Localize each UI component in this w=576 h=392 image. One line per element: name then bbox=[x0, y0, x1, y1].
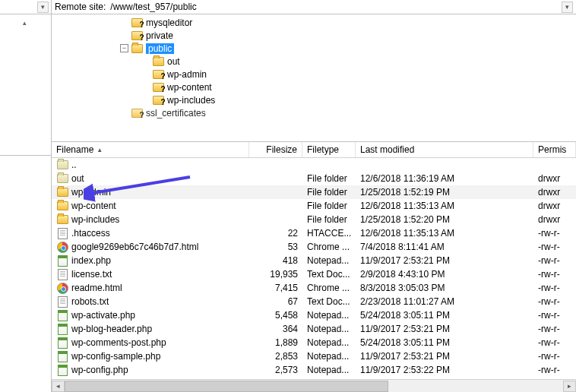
cell-mod: 8/3/2018 3:05:03 PM bbox=[356, 283, 533, 293]
list-item[interactable]: index.php418Notepad...11/9/2017 2:53:21 … bbox=[52, 254, 576, 267]
folder-icon bbox=[56, 186, 68, 198]
cell-size: 22 bbox=[249, 228, 302, 239]
local-panel-stub: ▾ ▴ bbox=[0, 0, 52, 392]
cell-perm: drwxr bbox=[533, 187, 576, 198]
cell-type: File folder bbox=[302, 214, 356, 225]
filename-label: wp-config-sample.php bbox=[71, 351, 160, 362]
horizontal-scrollbar[interactable]: ◂ ▸ bbox=[52, 379, 576, 392]
tree-item[interactable]: out bbox=[52, 55, 576, 68]
list-item[interactable]: wp-includesFile folder1/25/2018 1:52:20 … bbox=[52, 213, 576, 226]
cell-type: HTACCE... bbox=[302, 228, 356, 239]
list-item[interactable]: google9269eb6c7c46b7d7.html53Chrome ...7… bbox=[52, 240, 576, 254]
filename-label: readme.html bbox=[71, 283, 122, 293]
cell-mod: 1/25/2018 1:52:20 PM bbox=[356, 214, 533, 225]
cell-size: 418 bbox=[249, 255, 302, 266]
list-item[interactable]: .htaccess22HTACCE...12/6/2018 11:35:13 A… bbox=[52, 226, 576, 240]
cell-type: Text Doc... bbox=[302, 296, 356, 307]
list-item[interactable]: readme.html7,415Chrome ...8/3/2018 3:05:… bbox=[52, 281, 576, 295]
cell-type: Notepad... bbox=[302, 310, 356, 321]
remote-path-value[interactable]: /www/test_957/public bbox=[110, 2, 562, 12]
tree-item[interactable]: wp-content bbox=[52, 81, 576, 93]
tree-item-label: ssl_certificates bbox=[146, 108, 206, 119]
cell-perm: drwxr bbox=[533, 201, 576, 211]
list-item[interactable]: wp-activate.php5,458Notepad...5/24/2018 … bbox=[52, 308, 576, 322]
folder-unknown-icon bbox=[131, 107, 143, 119]
tree-item[interactable]: −public bbox=[52, 42, 576, 55]
cell-mod: 1/25/2018 1:52:19 PM bbox=[356, 187, 533, 198]
tree-item-label: private bbox=[146, 30, 173, 41]
cell-perm: -rw-r- bbox=[533, 255, 576, 266]
filename-label: wp-config.php bbox=[71, 365, 128, 375]
sort-asc-icon: ▲ bbox=[97, 147, 103, 153]
filename-label: wp-admin bbox=[71, 187, 111, 198]
cell-mod: 12/6/2018 11:35:13 AM bbox=[356, 228, 533, 239]
filename-label: robots.txt bbox=[71, 296, 109, 307]
list-item[interactable]: wp-comments-post.php1,889Notepad...5/24/… bbox=[52, 336, 576, 349]
notepad-file-icon bbox=[56, 350, 68, 362]
folder-icon bbox=[56, 200, 68, 212]
dropdown-icon[interactable]: ▾ bbox=[562, 2, 573, 13]
cell-type: Notepad... bbox=[302, 351, 356, 362]
col-filename[interactable]: Filename▲ bbox=[52, 142, 249, 157]
filename-label: wp-activate.php bbox=[71, 310, 135, 321]
dropdown-icon[interactable]: ▾ bbox=[37, 2, 49, 13]
scroll-thumb[interactable] bbox=[65, 381, 388, 392]
text-file-icon bbox=[56, 268, 68, 280]
cell-size: 7,415 bbox=[249, 283, 302, 293]
folder-unknown-icon bbox=[152, 68, 164, 81]
col-permissions[interactable]: Permis bbox=[533, 142, 576, 157]
list-item[interactable]: wp-config.php2,573Notepad...11/9/2017 2:… bbox=[52, 363, 576, 377]
tree-item[interactable]: wp-includes bbox=[52, 93, 576, 106]
notepad-file-icon bbox=[56, 323, 68, 335]
collapse-icon[interactable]: − bbox=[120, 44, 128, 52]
folder-unknown-icon bbox=[131, 17, 143, 29]
tree-item[interactable]: ssl_certificates bbox=[52, 106, 576, 119]
remote-tree[interactable]: mysqleditorprivate−publicoutwp-adminwp-c… bbox=[52, 14, 576, 142]
remote-panel: Remote site: /www/test_957/public ▾ mysq… bbox=[52, 0, 576, 392]
local-list-stub bbox=[0, 155, 51, 392]
cell-type: Notepad... bbox=[302, 365, 356, 375]
chrome-icon bbox=[56, 241, 68, 253]
tree-item[interactable]: private bbox=[52, 29, 576, 42]
cell-size: 19,935 bbox=[249, 269, 302, 280]
chrome-icon bbox=[56, 282, 68, 294]
tree-item-label: mysqleditor bbox=[146, 17, 192, 28]
scroll-track[interactable] bbox=[65, 381, 563, 392]
col-modified[interactable]: Last modified bbox=[356, 142, 533, 157]
cell-type: Notepad... bbox=[302, 337, 356, 348]
notepad-file-icon bbox=[56, 337, 68, 349]
filename-label: wp-content bbox=[71, 201, 116, 211]
notepad-file-icon bbox=[56, 364, 68, 376]
cell-perm: -rw-r- bbox=[533, 242, 576, 252]
list-item[interactable]: license.txt19,935Text Doc...2/9/2018 4:4… bbox=[52, 267, 576, 281]
list-item[interactable]: wp-blog-header.php364Notepad...11/9/2017… bbox=[52, 322, 576, 336]
cell-size: 2,853 bbox=[249, 351, 302, 362]
list-item[interactable]: wp-contentFile folder12/6/2018 11:35:13 … bbox=[52, 199, 576, 213]
cell-perm: -rw-r- bbox=[533, 310, 576, 321]
cell-size: 53 bbox=[249, 242, 302, 252]
cell-perm: -rw-r- bbox=[533, 296, 576, 307]
filename-label: wp-blog-header.php bbox=[71, 324, 152, 334]
list-item[interactable]: wp-config-sample.php2,853Notepad...11/9/… bbox=[52, 349, 576, 363]
scroll-left-icon[interactable]: ◂ bbox=[52, 381, 65, 392]
folder-unknown-icon bbox=[131, 30, 143, 42]
cell-type: File folder bbox=[302, 187, 356, 198]
list-body[interactable]: ..outFile folder12/6/2018 11:36:19 AMdrw… bbox=[52, 158, 576, 379]
cell-type: Chrome ... bbox=[302, 242, 356, 252]
list-item[interactable]: wp-adminFile folder1/25/2018 1:52:19 PMd… bbox=[52, 185, 576, 199]
notepad-file-icon bbox=[56, 309, 68, 321]
cell-perm: -rw-r- bbox=[533, 351, 576, 362]
list-item[interactable]: outFile folder12/6/2018 11:36:19 AMdrwxr bbox=[52, 172, 576, 185]
tree-item-label: wp-includes bbox=[167, 95, 215, 106]
col-filetype[interactable]: Filetype bbox=[302, 142, 356, 157]
cell-type: Chrome ... bbox=[302, 283, 356, 293]
list-item[interactable]: robots.txt67Text Doc...2/23/2018 11:01:2… bbox=[52, 295, 576, 308]
tree-item[interactable]: wp-admin bbox=[52, 68, 576, 81]
list-item[interactable]: .. bbox=[52, 158, 576, 172]
filename-label: google9269eb6c7c46b7d7.html bbox=[71, 242, 198, 252]
cell-perm: drwxr bbox=[533, 173, 576, 184]
scroll-right-icon[interactable]: ▸ bbox=[563, 381, 576, 392]
tree-item[interactable]: mysqleditor bbox=[52, 16, 576, 29]
cell-mod: 2/9/2018 4:43:10 PM bbox=[356, 269, 533, 280]
col-filesize[interactable]: Filesize bbox=[249, 142, 302, 157]
